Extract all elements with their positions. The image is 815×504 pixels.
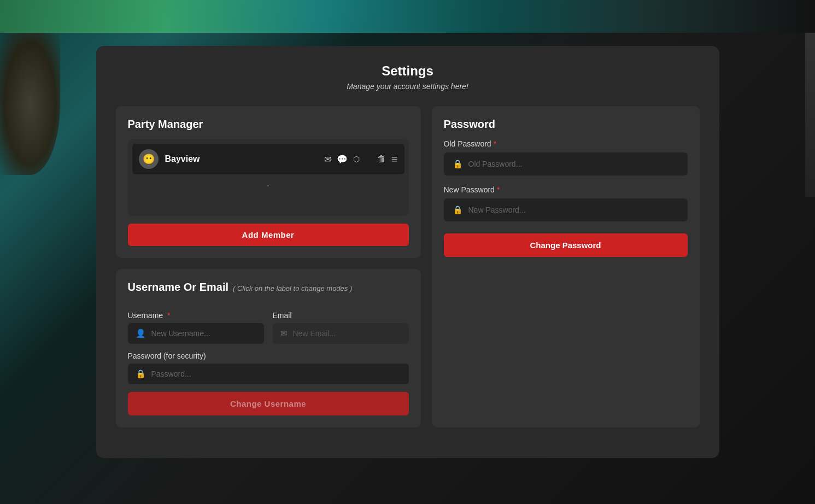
party-manager-card: Party Manager 😶 Bayview ✉ 💬 ⬡ (116, 106, 421, 258)
security-password-input[interactable] (151, 370, 401, 378)
username-email-card: Username Or Email ( Click on the label t… (116, 269, 421, 427)
user-icon: 👤 (136, 329, 146, 338)
old-password-label: Old Password * (444, 139, 688, 148)
username-email-title[interactable]: Username Or Email (128, 281, 229, 294)
username-field-group: Username * 👤 (128, 311, 264, 344)
delete-member-icon[interactable]: 🗑 (377, 154, 386, 164)
new-password-label: New Password * (444, 185, 688, 194)
email-field-icon: ✉ (280, 329, 288, 338)
username-email-note: ( Click on the label to change modes ) (233, 284, 352, 292)
member-name: Bayview (165, 154, 318, 164)
party-member-list: 😶 Bayview ✉ 💬 ⬡ 🗑 ≡ (128, 139, 409, 216)
settings-panel: Settings Manage your account settings he… (96, 46, 719, 458)
email-input[interactable] (293, 329, 401, 338)
security-password-wrapper: 🔒 (128, 364, 409, 384)
panels-row: Party Manager 😶 Bayview ✉ 💬 ⬡ (116, 106, 700, 427)
new-password-required-star: * (497, 185, 500, 194)
username-label: Username * (128, 311, 264, 320)
email-label: Email (273, 311, 409, 320)
password-card: Password Old Password * 🔒 New Password * (432, 106, 700, 427)
new-password-input-wrapper: 🔒 (444, 198, 688, 221)
party-dot: • (132, 174, 404, 190)
new-password-input[interactable] (468, 206, 679, 214)
page-subtitle: Manage your account settings here! (116, 82, 700, 91)
username-email-title-row: Username Or Email ( Click on the label t… (128, 281, 409, 302)
old-password-group: Old Password * 🔒 (444, 139, 688, 175)
change-password-button[interactable]: Change Password (444, 233, 688, 257)
page-title: Settings (116, 63, 700, 79)
member-contact-icons: ✉ 💬 ⬡ (324, 154, 360, 165)
email-input-wrapper: ✉ (273, 323, 409, 344)
security-password-label: Password (for security) (128, 351, 409, 360)
username-required-star: * (167, 311, 170, 320)
party-member-row: 😶 Bayview ✉ 💬 ⬡ 🗑 ≡ (132, 144, 404, 174)
menu-icon[interactable]: ≡ (391, 153, 398, 166)
change-username-button[interactable]: Change Username (128, 392, 409, 415)
avatar-icon: 😶 (143, 153, 155, 165)
username-input-wrapper: 👤 (128, 323, 264, 344)
new-password-group: New Password * 🔒 (444, 185, 688, 221)
discord-icon[interactable]: ⬡ (353, 155, 360, 163)
username-email-fields-row: Username * 👤 Email ✉ (128, 311, 409, 344)
party-manager-title: Party Manager (128, 118, 409, 131)
password-title: Password (444, 118, 688, 131)
old-password-lock-icon: 🔒 (453, 159, 463, 169)
lock-icon: 🔒 (136, 369, 146, 379)
security-password-group: Password (for security) 🔒 (128, 351, 409, 384)
email-field-group: Email ✉ (273, 311, 409, 344)
member-action-icons: 🗑 ≡ (377, 153, 398, 166)
left-column: Party Manager 😶 Bayview ✉ 💬 ⬡ (116, 106, 421, 427)
chat-icon[interactable]: 💬 (337, 154, 348, 165)
add-member-button[interactable]: Add Member (128, 224, 409, 246)
old-password-input[interactable] (468, 160, 679, 168)
member-avatar: 😶 (139, 149, 159, 169)
username-input[interactable] (151, 329, 256, 338)
old-password-required-star: * (494, 139, 496, 148)
old-password-input-wrapper: 🔒 (444, 153, 688, 175)
email-icon[interactable]: ✉ (324, 154, 331, 165)
main-container: Settings Manage your account settings he… (0, 0, 815, 504)
new-password-lock-icon: 🔒 (453, 205, 463, 215)
